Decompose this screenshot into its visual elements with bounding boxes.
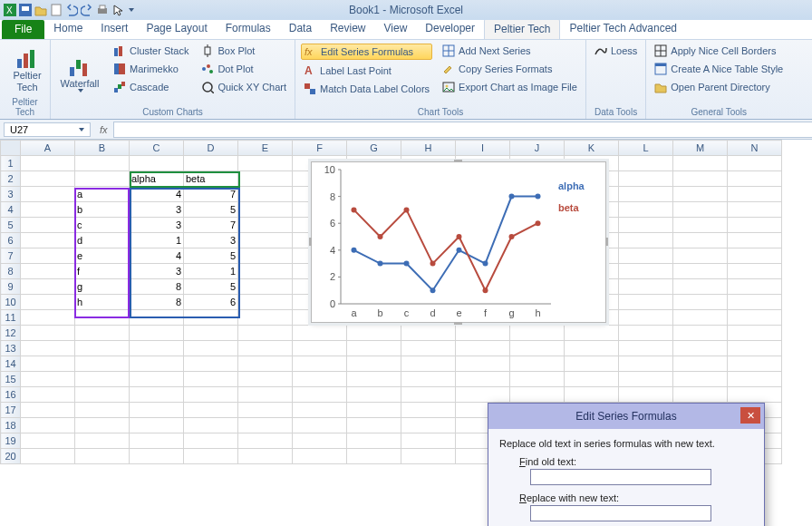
- cell[interactable]: [673, 326, 728, 341]
- cell[interactable]: [347, 403, 401, 418]
- cell[interactable]: 3: [130, 218, 184, 233]
- match-colors-button[interactable]: Match Data Label Colors: [301, 82, 432, 96]
- cell[interactable]: [728, 202, 782, 218]
- cell[interactable]: [21, 279, 75, 295]
- chart-resize-handle[interactable]: [454, 160, 462, 162]
- cell[interactable]: [401, 449, 456, 464]
- cell[interactable]: [619, 202, 673, 218]
- cell[interactable]: 5: [184, 202, 238, 218]
- cell[interactable]: [184, 372, 238, 387]
- col-header[interactable]: K: [565, 141, 619, 156]
- cell[interactable]: [238, 218, 293, 233]
- cell[interactable]: [619, 218, 673, 233]
- cell[interactable]: [130, 356, 184, 372]
- loess-button[interactable]: Loess: [592, 44, 640, 58]
- cell[interactable]: [130, 372, 184, 387]
- col-header[interactable]: E: [238, 141, 293, 156]
- cell[interactable]: [75, 356, 130, 372]
- chart-resize-handle[interactable]: [454, 322, 462, 325]
- file-tab[interactable]: File: [2, 20, 44, 39]
- cell[interactable]: [130, 156, 184, 171]
- row-header[interactable]: 4: [1, 202, 21, 218]
- cell[interactable]: [130, 341, 184, 356]
- cell[interactable]: [238, 356, 293, 372]
- cell[interactable]: [673, 218, 728, 233]
- cell[interactable]: [728, 310, 782, 326]
- cell[interactable]: 7: [184, 187, 238, 202]
- cell[interactable]: [401, 326, 456, 341]
- cell[interactable]: [238, 264, 293, 279]
- tab-formulas[interactable]: Formulas: [217, 19, 280, 39]
- cell[interactable]: [728, 218, 782, 233]
- cell[interactable]: [619, 295, 673, 310]
- cell[interactable]: 3: [130, 202, 184, 218]
- cell[interactable]: [673, 248, 728, 264]
- cell[interactable]: [130, 310, 184, 326]
- save-icon[interactable]: [19, 4, 32, 16]
- cell[interactable]: [619, 341, 673, 356]
- cell[interactable]: [238, 326, 293, 341]
- cell[interactable]: d: [75, 233, 130, 248]
- row-header[interactable]: 16: [1, 387, 21, 403]
- cell[interactable]: [21, 233, 75, 248]
- cell[interactable]: [347, 326, 401, 341]
- cell[interactable]: 5: [184, 279, 238, 295]
- cell[interactable]: [347, 387, 401, 403]
- find-input[interactable]: [530, 469, 711, 485]
- cell[interactable]: [619, 187, 673, 202]
- qat-dropdown-icon[interactable]: [129, 8, 134, 12]
- tab-data[interactable]: Data: [280, 19, 321, 39]
- cell[interactable]: f: [75, 264, 130, 279]
- cell[interactable]: [75, 156, 130, 171]
- cell[interactable]: [401, 372, 456, 387]
- cell[interactable]: [728, 372, 782, 387]
- peltier-tech-button[interactable]: Peltier Tech: [5, 44, 49, 95]
- cell[interactable]: [21, 326, 75, 341]
- cell[interactable]: [728, 248, 782, 264]
- row-header[interactable]: 10: [1, 295, 21, 310]
- tab-home[interactable]: Home: [44, 19, 92, 39]
- cursor-icon[interactable]: [111, 4, 124, 16]
- dialog-close-button[interactable]: ✕: [740, 407, 760, 424]
- cell[interactable]: [456, 387, 510, 403]
- row-header[interactable]: 3: [1, 187, 21, 202]
- cell[interactable]: [619, 248, 673, 264]
- cell[interactable]: [401, 387, 456, 403]
- cell[interactable]: [238, 403, 293, 418]
- cell[interactable]: [21, 310, 75, 326]
- cell[interactable]: [510, 341, 565, 356]
- row-header[interactable]: 6: [1, 233, 21, 248]
- tab-review[interactable]: Review: [321, 19, 374, 39]
- cell[interactable]: [565, 356, 619, 372]
- formula-input[interactable]: [113, 122, 812, 138]
- cell[interactable]: [347, 433, 401, 449]
- cell[interactable]: 8: [130, 279, 184, 295]
- cell[interactable]: 4: [130, 187, 184, 202]
- row-header[interactable]: 20: [1, 449, 21, 464]
- col-header[interactable]: L: [619, 141, 673, 156]
- tab-peltier-tech[interactable]: Peltier Tech: [484, 19, 560, 39]
- cell[interactable]: [673, 341, 728, 356]
- copy-series-formats-button[interactable]: Copy Series Formats: [440, 62, 580, 76]
- cell[interactable]: [293, 418, 347, 433]
- cell[interactable]: [21, 295, 75, 310]
- cell[interactable]: [619, 171, 673, 187]
- cell[interactable]: [293, 356, 347, 372]
- col-header[interactable]: B: [75, 141, 130, 156]
- cell[interactable]: [130, 326, 184, 341]
- cell[interactable]: [184, 449, 238, 464]
- col-header[interactable]: F: [293, 141, 347, 156]
- apply-borders-button[interactable]: Apply Nice Cell Borders: [652, 44, 786, 58]
- cell[interactable]: [75, 433, 130, 449]
- cell[interactable]: [728, 279, 782, 295]
- quick-xy-button[interactable]: Quick XY Chart: [198, 80, 289, 94]
- cell[interactable]: h: [75, 295, 130, 310]
- cell[interactable]: [184, 418, 238, 433]
- cell[interactable]: [238, 187, 293, 202]
- row-header[interactable]: 18: [1, 418, 21, 433]
- cell[interactable]: [565, 372, 619, 387]
- row-header[interactable]: 15: [1, 372, 21, 387]
- cell[interactable]: [728, 264, 782, 279]
- cell[interactable]: [347, 341, 401, 356]
- cell[interactable]: [238, 156, 293, 171]
